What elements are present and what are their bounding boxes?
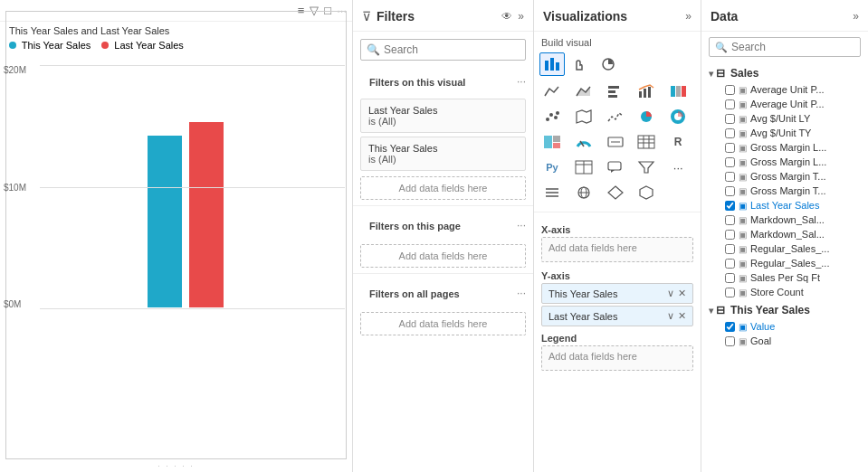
checkbox-avg-unit-p1[interactable] — [725, 85, 735, 95]
checkbox-avg-unit-p2[interactable] — [725, 99, 735, 109]
viz-icon-Py[interactable]: Py — [539, 156, 565, 179]
viz-icon-bar-chart[interactable] — [539, 52, 565, 76]
viz-icon-100pct[interactable] — [665, 80, 691, 103]
checkbox-gross-margin-t2[interactable] — [725, 186, 735, 196]
sales-checkbox[interactable]: ⊟ — [716, 67, 725, 80]
viz-icon-more[interactable]: ··· — [665, 156, 691, 179]
data-item-avg-unit-p2: ▣ Average Unit P... — [705, 97, 864, 111]
viz-icon-treemap[interactable] — [539, 130, 565, 154]
add-fields-all[interactable]: Add data fields here — [360, 312, 526, 335]
chevron-right-viz-icon[interactable]: » — [685, 10, 692, 23]
viz-icon-matrix[interactable] — [571, 156, 596, 179]
this-year-checkbox[interactable]: ⊟ — [716, 304, 725, 316]
expand-icon[interactable]: □ — [324, 4, 331, 17]
viz-icon-scatter[interactable] — [539, 105, 565, 128]
checkbox-gross-margin-l1[interactable] — [725, 143, 735, 153]
more-dots-all-icon[interactable]: ··· — [517, 287, 526, 299]
checkbox-regular1[interactable] — [725, 244, 735, 254]
chevron-right-data-icon[interactable]: » — [853, 10, 859, 23]
checkbox-regular2[interactable] — [725, 259, 735, 269]
chevron-right-icon[interactable]: » — [518, 10, 524, 23]
viz-icon-diamond[interactable] — [603, 181, 628, 204]
viz-icon-card[interactable] — [603, 130, 628, 154]
add-fields-visual[interactable]: Add data fields here — [360, 176, 526, 200]
viz-icon-area[interactable] — [571, 80, 596, 103]
checkbox-value[interactable] — [725, 322, 735, 332]
viz-icon-line2[interactable] — [603, 105, 628, 128]
checkbox-gross-margin-l2[interactable] — [725, 157, 735, 167]
data-item-avg-unit-ty: ▣ Avg $/Unit TY — [705, 126, 864, 140]
viz-icon-R[interactable]: R — [665, 130, 691, 154]
svg-rect-11 — [671, 86, 675, 97]
data-search-input[interactable] — [731, 41, 867, 53]
viz-icon-gauge[interactable] — [571, 130, 596, 154]
more-dots-icon[interactable]: ··· — [517, 75, 526, 88]
filter-card-this-year-sub: is (All) — [368, 154, 518, 165]
svg-rect-8 — [639, 91, 642, 98]
y-axis-last-year-label: Last Year Sales — [548, 311, 617, 322]
field-icon-2: ▣ — [739, 99, 747, 109]
more-icon[interactable]: ··· — [337, 4, 347, 17]
data-item-markdown-sal2: ▣ Markdown_Sal... — [705, 227, 864, 241]
chevron-down-last-icon[interactable]: ∨ — [667, 310, 674, 322]
svg-rect-5 — [608, 86, 619, 89]
svg-point-14 — [546, 118, 549, 121]
filters-search-input[interactable] — [384, 43, 520, 56]
checkbox-avg-unit-ty[interactable] — [725, 128, 735, 138]
filter-icon[interactable]: ▽ — [310, 4, 319, 17]
checkbox-markdown2[interactable] — [725, 230, 735, 240]
legend-field-box[interactable]: Add data fields here — [541, 345, 693, 371]
divider-2 — [353, 273, 533, 274]
gridline-mid — [40, 187, 345, 188]
checkbox-avg-unit-ly[interactable] — [725, 114, 735, 124]
data-item-avg-unit-ly: ▣ Avg $/Unit LY — [705, 111, 864, 126]
viz-icon-circle-chart[interactable] — [596, 52, 621, 76]
data-item-regular-sales1: ▣ Regular_Sales_... — [705, 241, 864, 256]
svg-point-16 — [554, 116, 558, 119]
checkbox-markdown1[interactable] — [725, 215, 735, 225]
viz-icon-bar-h[interactable] — [603, 80, 628, 103]
y-axis-item-this-year[interactable]: This Year Sales ∨ ✕ — [541, 283, 693, 304]
viz-icon-combo[interactable] — [634, 80, 659, 103]
resize-handle[interactable]: · · · · · — [0, 459, 352, 472]
data-item-value: ▣ Value — [705, 319, 864, 334]
filters-all-label: Filters on all pages — [360, 283, 469, 303]
viz-icon-slicer[interactable] — [539, 181, 565, 204]
sales-group-label: Sales — [730, 67, 758, 80]
filter-card-last-year-title: Last Year Sales — [368, 105, 518, 116]
data-search-box[interactable]: 🔍 — [709, 37, 861, 57]
eye-icon[interactable]: 👁 — [501, 10, 512, 23]
checkbox-gross-margin-t1[interactable] — [725, 172, 735, 182]
checkbox-last-year-sales[interactable] — [725, 201, 735, 211]
hamburger-icon[interactable]: ≡ — [298, 4, 305, 17]
svg-rect-9 — [644, 89, 646, 98]
filters-page-label: Filters on this page — [360, 215, 470, 235]
viz-icon-funnel[interactable] — [634, 156, 659, 179]
viz-icon-hand[interactable] — [568, 52, 593, 76]
svg-point-15 — [549, 113, 553, 117]
y-axis-item-last-year[interactable]: Last Year Sales ∨ ✕ — [541, 306, 693, 326]
checkbox-goal[interactable] — [725, 336, 735, 346]
viz-icon-map[interactable] — [571, 105, 596, 128]
this-year-group-header[interactable]: ▾ ⊟ This Year Sales — [705, 301, 864, 319]
filters-search-box[interactable]: 🔍 — [360, 39, 526, 61]
close-icon-this-year[interactable]: ✕ — [678, 288, 686, 299]
viz-icon-hexagon[interactable] — [634, 181, 659, 204]
add-fields-page[interactable]: Add data fields here — [360, 244, 526, 268]
viz-icon-chat[interactable] — [603, 156, 628, 179]
viz-icon-line[interactable] — [539, 80, 565, 103]
filter-card-last-year-sub: is (All) — [368, 116, 518, 127]
filters-scroll: Filters on this visual ··· Last Year Sal… — [353, 68, 533, 472]
viz-icon-table[interactable] — [634, 130, 659, 154]
sales-group-header[interactable]: ▾ ⊟ Sales — [705, 64, 864, 82]
viz-icon-globe[interactable] — [571, 181, 596, 204]
more-dots-page-icon[interactable]: ··· — [517, 219, 526, 231]
close-icon-last-year[interactable]: ✕ — [678, 310, 686, 322]
x-axis-field-box[interactable]: Add data fields here — [541, 237, 693, 262]
viz-icon-pie[interactable] — [634, 105, 659, 128]
checkbox-sales-sq-ft[interactable] — [725, 273, 735, 283]
chart-legend: This Year Sales Last Year Sales — [0, 38, 352, 56]
checkbox-store-count[interactable] — [725, 288, 735, 297]
viz-icon-donut[interactable] — [665, 105, 691, 128]
chevron-down-icon[interactable]: ∨ — [667, 288, 674, 299]
